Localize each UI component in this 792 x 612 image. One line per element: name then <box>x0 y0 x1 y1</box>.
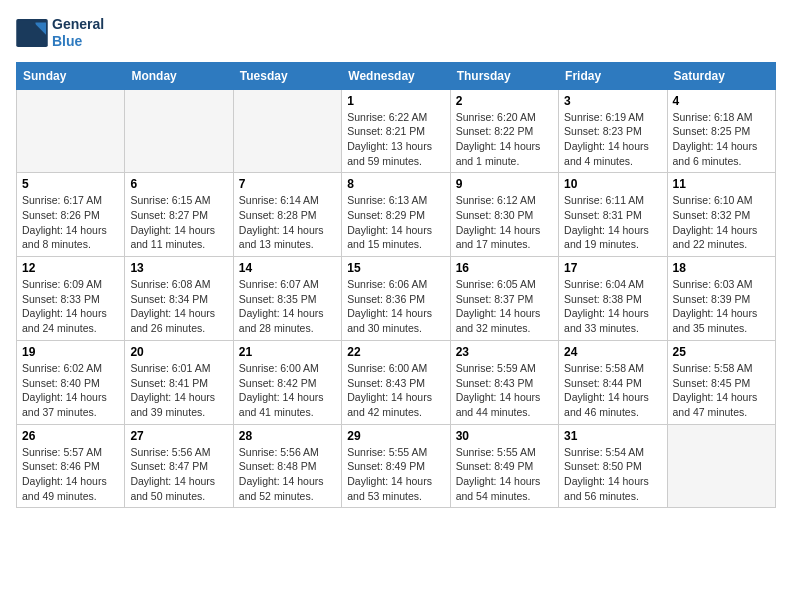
day-info: Sunrise: 5:56 AMSunset: 8:47 PMDaylight:… <box>130 445 227 504</box>
calendar-cell: 16Sunrise: 6:05 AMSunset: 8:37 PMDayligh… <box>450 257 558 341</box>
day-info: Sunrise: 6:10 AMSunset: 8:32 PMDaylight:… <box>673 193 770 252</box>
calendar-table: SundayMondayTuesdayWednesdayThursdayFrid… <box>16 62 776 509</box>
day-number: 21 <box>239 345 336 359</box>
calendar-cell <box>233 89 341 173</box>
calendar-cell: 20Sunrise: 6:01 AMSunset: 8:41 PMDayligh… <box>125 340 233 424</box>
calendar-cell: 18Sunrise: 6:03 AMSunset: 8:39 PMDayligh… <box>667 257 775 341</box>
col-header-monday: Monday <box>125 62 233 89</box>
day-number: 2 <box>456 94 553 108</box>
day-info: Sunrise: 6:03 AMSunset: 8:39 PMDaylight:… <box>673 277 770 336</box>
calendar-cell: 19Sunrise: 6:02 AMSunset: 8:40 PMDayligh… <box>17 340 125 424</box>
day-number: 19 <box>22 345 119 359</box>
day-number: 13 <box>130 261 227 275</box>
day-info: Sunrise: 6:04 AMSunset: 8:38 PMDaylight:… <box>564 277 661 336</box>
day-number: 22 <box>347 345 444 359</box>
day-number: 4 <box>673 94 770 108</box>
calendar-cell: 14Sunrise: 6:07 AMSunset: 8:35 PMDayligh… <box>233 257 341 341</box>
logo: General Blue <box>16 16 104 50</box>
calendar-cell: 29Sunrise: 5:55 AMSunset: 8:49 PMDayligh… <box>342 424 450 508</box>
calendar-week-row: 26Sunrise: 5:57 AMSunset: 8:46 PMDayligh… <box>17 424 776 508</box>
col-header-friday: Friday <box>559 62 667 89</box>
day-info: Sunrise: 6:22 AMSunset: 8:21 PMDaylight:… <box>347 110 444 169</box>
day-number: 29 <box>347 429 444 443</box>
day-info: Sunrise: 5:57 AMSunset: 8:46 PMDaylight:… <box>22 445 119 504</box>
calendar-cell <box>125 89 233 173</box>
day-number: 16 <box>456 261 553 275</box>
calendar-cell: 25Sunrise: 5:58 AMSunset: 8:45 PMDayligh… <box>667 340 775 424</box>
day-info: Sunrise: 6:00 AMSunset: 8:43 PMDaylight:… <box>347 361 444 420</box>
col-header-saturday: Saturday <box>667 62 775 89</box>
day-number: 27 <box>130 429 227 443</box>
day-number: 9 <box>456 177 553 191</box>
calendar-cell: 11Sunrise: 6:10 AMSunset: 8:32 PMDayligh… <box>667 173 775 257</box>
calendar-header-row: SundayMondayTuesdayWednesdayThursdayFrid… <box>17 62 776 89</box>
day-number: 5 <box>22 177 119 191</box>
calendar-cell: 1Sunrise: 6:22 AMSunset: 8:21 PMDaylight… <box>342 89 450 173</box>
day-number: 30 <box>456 429 553 443</box>
svg-rect-2 <box>18 21 36 46</box>
calendar-cell: 7Sunrise: 6:14 AMSunset: 8:28 PMDaylight… <box>233 173 341 257</box>
day-info: Sunrise: 6:05 AMSunset: 8:37 PMDaylight:… <box>456 277 553 336</box>
calendar-cell: 5Sunrise: 6:17 AMSunset: 8:26 PMDaylight… <box>17 173 125 257</box>
day-info: Sunrise: 6:08 AMSunset: 8:34 PMDaylight:… <box>130 277 227 336</box>
calendar-cell: 10Sunrise: 6:11 AMSunset: 8:31 PMDayligh… <box>559 173 667 257</box>
day-number: 26 <box>22 429 119 443</box>
day-number: 14 <box>239 261 336 275</box>
col-header-wednesday: Wednesday <box>342 62 450 89</box>
day-number: 25 <box>673 345 770 359</box>
day-info: Sunrise: 5:59 AMSunset: 8:43 PMDaylight:… <box>456 361 553 420</box>
day-info: Sunrise: 5:55 AMSunset: 8:49 PMDaylight:… <box>347 445 444 504</box>
calendar-cell: 23Sunrise: 5:59 AMSunset: 8:43 PMDayligh… <box>450 340 558 424</box>
calendar-cell: 28Sunrise: 5:56 AMSunset: 8:48 PMDayligh… <box>233 424 341 508</box>
logo-icon <box>16 19 48 47</box>
day-info: Sunrise: 5:56 AMSunset: 8:48 PMDaylight:… <box>239 445 336 504</box>
day-number: 8 <box>347 177 444 191</box>
day-number: 6 <box>130 177 227 191</box>
day-number: 10 <box>564 177 661 191</box>
day-number: 15 <box>347 261 444 275</box>
day-info: Sunrise: 6:14 AMSunset: 8:28 PMDaylight:… <box>239 193 336 252</box>
day-number: 1 <box>347 94 444 108</box>
day-number: 7 <box>239 177 336 191</box>
day-info: Sunrise: 5:58 AMSunset: 8:45 PMDaylight:… <box>673 361 770 420</box>
calendar-cell: 3Sunrise: 6:19 AMSunset: 8:23 PMDaylight… <box>559 89 667 173</box>
day-number: 28 <box>239 429 336 443</box>
col-header-sunday: Sunday <box>17 62 125 89</box>
calendar-cell: 27Sunrise: 5:56 AMSunset: 8:47 PMDayligh… <box>125 424 233 508</box>
calendar-cell: 12Sunrise: 6:09 AMSunset: 8:33 PMDayligh… <box>17 257 125 341</box>
day-info: Sunrise: 6:12 AMSunset: 8:30 PMDaylight:… <box>456 193 553 252</box>
col-header-thursday: Thursday <box>450 62 558 89</box>
calendar-cell: 9Sunrise: 6:12 AMSunset: 8:30 PMDaylight… <box>450 173 558 257</box>
day-info: Sunrise: 6:11 AMSunset: 8:31 PMDaylight:… <box>564 193 661 252</box>
day-number: 18 <box>673 261 770 275</box>
calendar-cell: 31Sunrise: 5:54 AMSunset: 8:50 PMDayligh… <box>559 424 667 508</box>
calendar-week-row: 19Sunrise: 6:02 AMSunset: 8:40 PMDayligh… <box>17 340 776 424</box>
day-info: Sunrise: 5:55 AMSunset: 8:49 PMDaylight:… <box>456 445 553 504</box>
day-info: Sunrise: 6:07 AMSunset: 8:35 PMDaylight:… <box>239 277 336 336</box>
col-header-tuesday: Tuesday <box>233 62 341 89</box>
day-number: 12 <box>22 261 119 275</box>
day-info: Sunrise: 6:02 AMSunset: 8:40 PMDaylight:… <box>22 361 119 420</box>
day-info: Sunrise: 6:19 AMSunset: 8:23 PMDaylight:… <box>564 110 661 169</box>
day-info: Sunrise: 6:06 AMSunset: 8:36 PMDaylight:… <box>347 277 444 336</box>
day-number: 17 <box>564 261 661 275</box>
day-info: Sunrise: 6:15 AMSunset: 8:27 PMDaylight:… <box>130 193 227 252</box>
day-info: Sunrise: 5:58 AMSunset: 8:44 PMDaylight:… <box>564 361 661 420</box>
day-info: Sunrise: 6:17 AMSunset: 8:26 PMDaylight:… <box>22 193 119 252</box>
calendar-cell: 30Sunrise: 5:55 AMSunset: 8:49 PMDayligh… <box>450 424 558 508</box>
day-info: Sunrise: 6:00 AMSunset: 8:42 PMDaylight:… <box>239 361 336 420</box>
day-info: Sunrise: 6:13 AMSunset: 8:29 PMDaylight:… <box>347 193 444 252</box>
day-info: Sunrise: 6:18 AMSunset: 8:25 PMDaylight:… <box>673 110 770 169</box>
calendar-week-row: 1Sunrise: 6:22 AMSunset: 8:21 PMDaylight… <box>17 89 776 173</box>
calendar-cell <box>17 89 125 173</box>
calendar-cell: 6Sunrise: 6:15 AMSunset: 8:27 PMDaylight… <box>125 173 233 257</box>
day-info: Sunrise: 6:09 AMSunset: 8:33 PMDaylight:… <box>22 277 119 336</box>
day-number: 3 <box>564 94 661 108</box>
day-number: 31 <box>564 429 661 443</box>
calendar-cell: 22Sunrise: 6:00 AMSunset: 8:43 PMDayligh… <box>342 340 450 424</box>
calendar-cell: 13Sunrise: 6:08 AMSunset: 8:34 PMDayligh… <box>125 257 233 341</box>
day-info: Sunrise: 6:01 AMSunset: 8:41 PMDaylight:… <box>130 361 227 420</box>
calendar-cell: 8Sunrise: 6:13 AMSunset: 8:29 PMDaylight… <box>342 173 450 257</box>
calendar-cell: 26Sunrise: 5:57 AMSunset: 8:46 PMDayligh… <box>17 424 125 508</box>
page-header: General Blue <box>16 16 776 50</box>
